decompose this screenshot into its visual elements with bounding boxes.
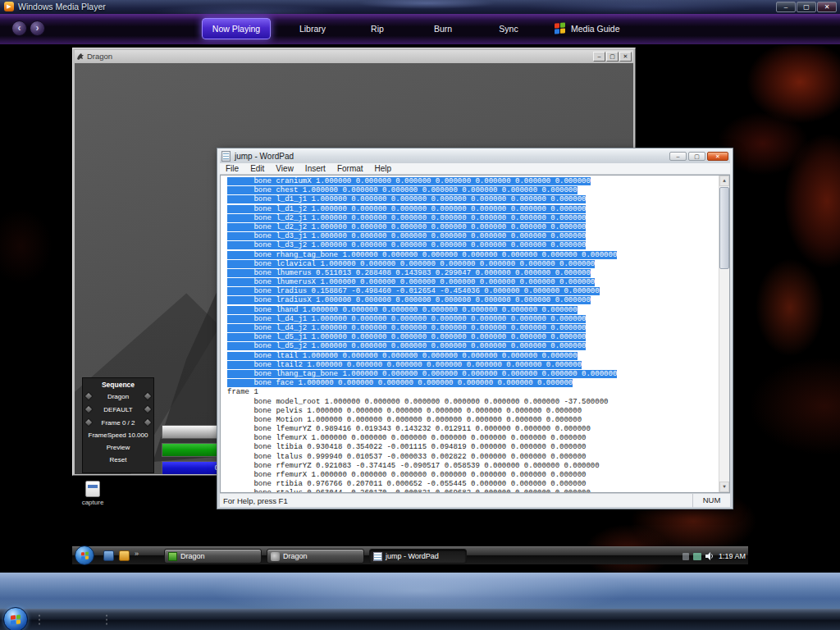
quicklaunch-icon-1[interactable] xyxy=(103,550,114,561)
forward-button[interactable]: › xyxy=(30,21,45,36)
recorded-taskbar: » DragonDragonjump - WordPad 1:19 AM xyxy=(72,546,748,564)
recorded-start-button[interactable] xyxy=(75,546,94,565)
playback-bar: Hirman's dragon 0.7.0 tutorial Waiting 0… xyxy=(0,573,840,609)
document-line-selected[interactable]: bone l_d4_j1 1.000000 0.000000 0.000000 … xyxy=(227,315,729,324)
dragon-titlebar[interactable]: Dragon – ▢ ✕ xyxy=(75,50,633,62)
wordpad-maximize-button[interactable]: ▢ xyxy=(688,152,705,161)
document-line[interactable]: bone ltalus 0.999940 0.010537 -0.000033 … xyxy=(227,453,729,462)
taskbar-grip xyxy=(105,614,108,627)
windows-flag-icon xyxy=(81,551,89,559)
document-line-selected[interactable]: bone lhand 1.000000 0.000000 0.000000 0.… xyxy=(227,306,729,315)
document-line-selected[interactable]: bone lhumerusX 1.000000 0.000000 0.00000… xyxy=(227,278,729,287)
back-button[interactable]: ‹ xyxy=(11,21,27,36)
menu-view[interactable]: View xyxy=(270,164,299,173)
tab-library[interactable]: Library xyxy=(292,24,333,37)
dragon-close-button[interactable]: ✕ xyxy=(619,52,632,62)
recorded-taskbar-buttons: DragonDragonjump - WordPad xyxy=(164,549,467,564)
document-line-selected[interactable]: bone l_d5_j1 1.000000 0.000000 0.000000 … xyxy=(227,333,729,342)
reset-button[interactable]: Reset xyxy=(83,454,153,466)
tray-icon[interactable] xyxy=(682,553,689,560)
document-line[interactable]: bone ltibia 0.930418 0.354022 -0.001115 … xyxy=(227,443,729,452)
wmp-titlebar[interactable]: ▶ Windows Media Player – ▢ ✕ xyxy=(0,0,840,14)
document-line[interactable]: bone rfemurYZ 0.921083 -0.374145 -0.0905… xyxy=(227,462,729,471)
scroll-up-icon[interactable]: ▲ xyxy=(719,176,729,186)
document-line[interactable]: bone Motion 1.000000 0.000000 0.000000 0… xyxy=(227,416,729,425)
scrollbar-thumb[interactable] xyxy=(719,187,729,269)
preview-button[interactable]: Preview xyxy=(83,441,153,454)
recorded-system-tray: 1:19 AM xyxy=(682,547,746,565)
next-arrow-icon[interactable] xyxy=(143,418,152,427)
tray-icon[interactable] xyxy=(693,553,701,560)
quicklaunch-chevron-icon[interactable]: » xyxy=(135,550,139,558)
document-line-selected[interactable]: bone lradius 0.158867 -0.498460 -0.01265… xyxy=(227,287,729,296)
document-line[interactable]: frame 1 xyxy=(227,388,729,397)
next-arrow-icon[interactable] xyxy=(143,391,152,400)
wmp-tab-bar: ‹ › Now Playing ▾ Library Rip Burn Sync … xyxy=(0,14,840,45)
document-line-selected[interactable]: bone l_d5_j2 1.000000 0.000000 0.000000 … xyxy=(227,342,729,351)
close-button[interactable]: ✕ xyxy=(817,2,837,12)
maximize-button[interactable]: ▢ xyxy=(797,2,816,12)
volume-tray-icon[interactable] xyxy=(705,552,714,560)
quicklaunch-icon-2[interactable] xyxy=(119,550,130,561)
document-line[interactable]: bone model_root 1.000000 0.000000 0.0000… xyxy=(227,398,729,407)
document-line-selected[interactable]: bone l_d1_j2 1.000000 0.000000 0.000000 … xyxy=(227,205,729,214)
document-line-selected[interactable]: bone ltail 1.000000 0.000000 0.000000 0.… xyxy=(227,352,729,361)
dragon-minimize-button[interactable]: – xyxy=(593,52,605,62)
recorded-clock: 1:19 AM xyxy=(719,552,746,560)
minimize-button[interactable]: – xyxy=(776,2,796,12)
document-line-selected[interactable]: bone ltail2 1.000000 0.000000 0.000000 0… xyxy=(227,361,729,370)
document-line-selected[interactable]: bone lhumerus 0.511013 0.288408 0.143983… xyxy=(227,269,729,278)
document-line-selected[interactable]: bone lradiusX 1.000000 0.000000 0.000000… xyxy=(227,296,729,305)
document-line-selected[interactable]: bone l_d1_j1 1.000000 0.000000 0.000000 … xyxy=(227,195,729,204)
document-line-selected[interactable]: bone lclavical 1.000000 0.000000 0.00000… xyxy=(227,260,729,269)
recorded-taskbar-button[interactable]: Dragon xyxy=(267,549,364,564)
video-viewport[interactable]: Dragon – ▢ ✕ Sequence Dragon xyxy=(0,45,840,573)
recorded-taskbar-button[interactable]: Dragon xyxy=(164,549,262,564)
wordpad-close-button[interactable]: ✕ xyxy=(707,152,728,161)
capture-file-icon[interactable] xyxy=(85,481,100,497)
menu-insert[interactable]: Insert xyxy=(299,164,331,173)
wordpad-vertical-scrollbar[interactable]: ▲ ▼ xyxy=(719,176,729,492)
taskbar-button-label: jump - WordPad xyxy=(386,552,439,560)
tab-media-guide[interactable]: Media Guide xyxy=(571,24,630,37)
wordpad-document[interactable]: ▲ ▼ bone craniumX 1.000000 0.000000 0.00… xyxy=(220,175,730,493)
tab-rip[interactable]: Rip xyxy=(365,24,390,37)
wordpad-minimize-button[interactable]: – xyxy=(669,152,687,161)
tab-burn[interactable]: Burn xyxy=(428,24,458,37)
document-line-selected[interactable]: bone l_d3_j1 1.000000 0.000000 0.000000 … xyxy=(227,232,729,241)
prev-arrow-icon[interactable] xyxy=(84,418,93,427)
wordpad-titlebar[interactable]: jump - WordPad – ▢ ✕ xyxy=(220,148,730,163)
document-line-selected[interactable]: bone l_d2_j2 1.000000 0.000000 0.000000 … xyxy=(227,223,729,232)
document-line-selected[interactable]: bone l_d4_j2 1.000000 0.000000 0.000000 … xyxy=(227,324,729,333)
document-line[interactable]: bone lfemurX 1.000000 0.000000 0.000000 … xyxy=(227,434,729,443)
document-line[interactable]: bone rfemurX 1.000000 0.000000 0.000000 … xyxy=(227,471,729,480)
tab-now-playing[interactable]: Now Playing xyxy=(202,18,271,39)
next-arrow-icon[interactable] xyxy=(143,404,152,413)
document-line-selected[interactable]: bone lhang_tag_bone 1.000000 0.000000 0.… xyxy=(227,370,729,379)
menu-edit[interactable]: Edit xyxy=(244,164,270,173)
menu-file[interactable]: File xyxy=(220,164,244,173)
document-line-selected[interactable]: bone rhang_tag_bone 1.000000 0.000000 0.… xyxy=(227,251,729,260)
prev-arrow-icon[interactable] xyxy=(84,404,93,413)
wmp-logo-icon: ▶ xyxy=(4,2,14,11)
document-line-selected[interactable]: bone l_d2_j1 1.000000 0.000000 0.000000 … xyxy=(227,214,729,223)
capture-file-label[interactable]: capture xyxy=(74,499,112,506)
document-line[interactable]: bone lfemurYZ 0.989416 0.019343 0.143232… xyxy=(227,425,729,434)
document-line[interactable]: bone pelvis 1.000000 0.000000 0.000000 0… xyxy=(227,407,729,416)
scroll-down-icon[interactable]: ▼ xyxy=(719,482,729,492)
dragon-maximize-button[interactable]: ▢ xyxy=(606,52,619,62)
wordpad-window-title: jump - WordPad xyxy=(235,152,669,161)
recorded-taskbar-button[interactable]: jump - WordPad xyxy=(369,549,467,564)
document-line-selected[interactable]: bone craniumX 1.000000 0.000000 0.000000… xyxy=(227,177,729,186)
document-line-selected[interactable]: bone chest 1.000000 0.000000 0.000000 0.… xyxy=(227,186,729,195)
prev-arrow-icon[interactable] xyxy=(84,391,93,400)
document-line-selected[interactable]: bone l_d3_j2 1.000000 0.000000 0.000000 … xyxy=(227,241,729,250)
window-title: Windows Media Player xyxy=(18,2,106,11)
menu-help[interactable]: Help xyxy=(369,164,398,173)
tab-sync[interactable]: Sync xyxy=(494,24,523,37)
sequence-frame-selector: Frame 0 / 2 xyxy=(83,416,153,429)
document-line[interactable]: bone rtibia 0.976766 0.207011 0.000652 -… xyxy=(227,480,729,489)
start-button[interactable] xyxy=(3,607,28,630)
document-line-selected[interactable]: bone face 1.000000 0.000000 0.000000 0.0… xyxy=(227,379,729,388)
menu-format[interactable]: Format xyxy=(331,164,369,173)
